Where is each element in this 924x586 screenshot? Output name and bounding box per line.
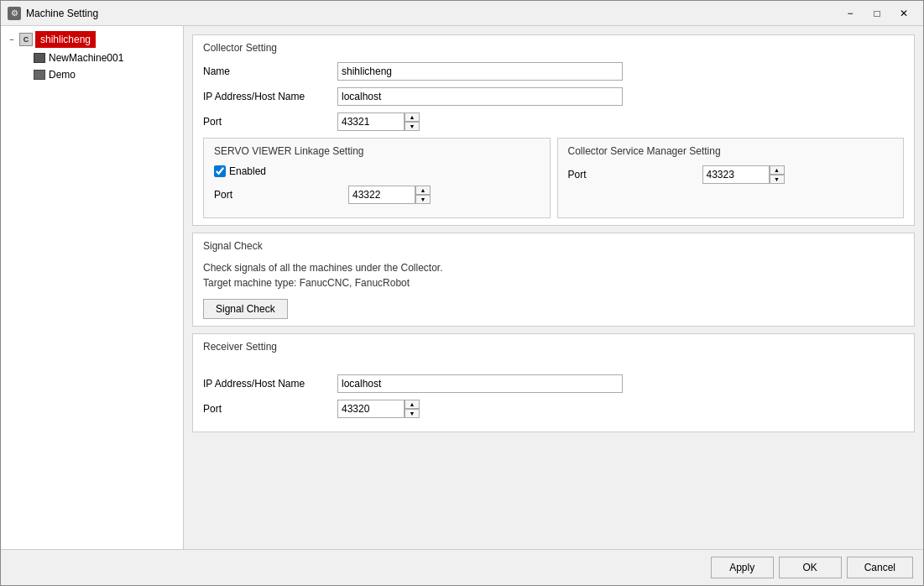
tree-expand-icon[interactable]: − bbox=[6, 34, 18, 45]
cancel-button[interactable]: Cancel bbox=[847, 557, 913, 578]
port-input[interactable] bbox=[337, 112, 405, 131]
tree-demo-icon bbox=[33, 68, 46, 81]
ip-row: IP Address/Host Name bbox=[203, 87, 904, 106]
tree-root-icon: C bbox=[19, 33, 33, 46]
port-label: Port bbox=[203, 116, 337, 128]
tree-machine-icon bbox=[33, 51, 46, 65]
port-spinner: ▲ ▼ bbox=[337, 112, 420, 131]
servo-viewer-section: SERVO VIEWER Linkage Setting Enabled Por… bbox=[203, 138, 551, 218]
ip-input[interactable] bbox=[337, 87, 623, 106]
receiver-port-label: Port bbox=[203, 403, 337, 415]
title-bar: ⚙ Machine Setting − □ ✕ bbox=[1, 1, 923, 26]
tree-item-label-newmachine[interactable]: NewMachine001 bbox=[49, 52, 123, 64]
csm-port-row: Port ▲ ▼ bbox=[568, 165, 894, 184]
ip-label: IP Address/Host Name bbox=[203, 91, 337, 102]
tree-item-label-demo[interactable]: Demo bbox=[49, 69, 76, 81]
servo-port-label: Port bbox=[214, 189, 348, 201]
csm-port-increment[interactable]: ▲ bbox=[770, 165, 785, 175]
tree-root-item[interactable]: − C shihlicheng bbox=[4, 29, 180, 50]
main-window: ⚙ Machine Setting − □ ✕ − C shihlicheng bbox=[0, 0, 924, 586]
receiver-setting-title: Receiver Setting bbox=[203, 341, 904, 353]
name-input[interactable] bbox=[337, 62, 623, 81]
bottom-bar: Apply OK Cancel bbox=[1, 549, 923, 585]
servo-port-row: Port ▲ ▼ bbox=[214, 186, 540, 204]
servo-port-increment[interactable]: ▲ bbox=[415, 186, 431, 195]
receiver-port-input[interactable] bbox=[337, 400, 405, 418]
csm-port-buttons: ▲ ▼ bbox=[770, 165, 785, 184]
tree-indent-2 bbox=[19, 69, 31, 81]
receiver-ip-label: IP Address/Host Name bbox=[203, 378, 337, 390]
sub-sections: SERVO VIEWER Linkage Setting Enabled Por… bbox=[203, 138, 904, 218]
ok-button[interactable]: OK bbox=[779, 557, 842, 578]
csm-port-decrement[interactable]: ▼ bbox=[770, 175, 785, 184]
name-label: Name bbox=[203, 65, 337, 77]
receiver-port-decrement[interactable]: ▼ bbox=[405, 409, 420, 418]
close-button[interactable]: ✕ bbox=[891, 4, 916, 23]
tree-root-label[interactable]: shihlicheng bbox=[35, 31, 96, 48]
port-spinner-buttons: ▲ ▼ bbox=[405, 112, 420, 131]
enabled-label[interactable]: Enabled bbox=[229, 165, 266, 177]
csm-port-label: Port bbox=[568, 169, 702, 181]
collector-service-title: Collector Service Manager Setting bbox=[568, 145, 894, 157]
signal-check-section: Signal Check Check signals of all the ma… bbox=[192, 233, 915, 327]
name-row: Name bbox=[203, 62, 904, 81]
window-controls: − □ ✕ bbox=[838, 4, 916, 23]
signal-desc-line2: Target machine type: FanucCNC, FanucRobo… bbox=[203, 277, 410, 289]
receiver-port-increment[interactable]: ▲ bbox=[405, 400, 420, 409]
apply-button[interactable]: Apply bbox=[711, 557, 774, 578]
enabled-row: Enabled bbox=[214, 165, 540, 177]
app-icon: ⚙ bbox=[8, 7, 21, 20]
receiver-ip-row: IP Address/Host Name bbox=[203, 374, 904, 393]
enabled-checkbox[interactable] bbox=[214, 165, 226, 177]
port-decrement-button[interactable]: ▼ bbox=[405, 122, 420, 131]
window-title: Machine Setting bbox=[26, 8, 838, 19]
tree-item-demo[interactable]: Demo bbox=[18, 66, 180, 83]
collector-setting-section: Collector Setting Name IP Address/Host N… bbox=[192, 34, 915, 226]
collector-service-section: Collector Service Manager Setting Port ▲… bbox=[557, 138, 905, 218]
receiver-port-spinner: ▲ ▼ bbox=[337, 400, 420, 418]
csm-port-input[interactable] bbox=[702, 165, 770, 184]
tree-indent-1 bbox=[19, 52, 31, 64]
signal-desc-line1: Check signals of all the machines under … bbox=[203, 262, 443, 274]
signal-check-title: Signal Check bbox=[203, 240, 904, 252]
receiver-setting-section: Receiver Setting IP Address/Host Name Po… bbox=[192, 333, 915, 432]
port-increment-button[interactable]: ▲ bbox=[405, 112, 420, 122]
signal-check-desc: Check signals of all the machines under … bbox=[203, 260, 904, 290]
receiver-ip-input[interactable] bbox=[337, 374, 623, 393]
tree-item-newmachine[interactable]: NewMachine001 bbox=[18, 50, 180, 66]
signal-check-button[interactable]: Signal Check bbox=[203, 299, 288, 319]
collector-setting-title: Collector Setting bbox=[203, 42, 904, 54]
servo-port-decrement[interactable]: ▼ bbox=[415, 195, 431, 204]
maximize-button[interactable]: □ bbox=[864, 4, 890, 23]
servo-port-input[interactable] bbox=[348, 186, 415, 204]
csm-port-spinner: ▲ ▼ bbox=[702, 165, 785, 184]
servo-viewer-title: SERVO VIEWER Linkage Setting bbox=[214, 145, 540, 157]
port-row: Port ▲ ▼ bbox=[203, 112, 904, 131]
left-panel: − C shihlicheng NewMachine001 D bbox=[1, 26, 184, 549]
right-panel: Collector Setting Name IP Address/Host N… bbox=[184, 26, 923, 549]
main-area: − C shihlicheng NewMachine001 D bbox=[1, 26, 923, 549]
tree-children: NewMachine001 Demo bbox=[4, 50, 180, 83]
receiver-port-row: Port ▲ ▼ bbox=[203, 400, 904, 418]
receiver-port-buttons: ▲ ▼ bbox=[405, 400, 420, 418]
servo-port-buttons: ▲ ▼ bbox=[415, 186, 431, 204]
minimize-button[interactable]: − bbox=[838, 4, 863, 23]
servo-port-spinner: ▲ ▼ bbox=[348, 186, 431, 204]
